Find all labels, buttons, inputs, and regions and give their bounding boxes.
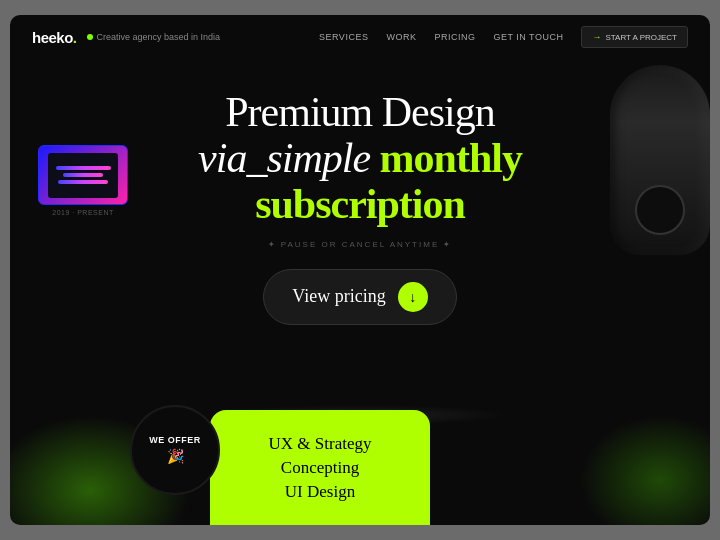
thumb-inner: [48, 153, 118, 198]
nav-contact[interactable]: GET IN TOUCH: [493, 32, 563, 42]
thumb-bar-1: [56, 166, 111, 170]
headphone-shape: [610, 65, 710, 255]
view-pricing-button[interactable]: View pricing ↓: [263, 269, 456, 325]
view-pricing-label: View pricing: [292, 286, 385, 307]
nav-services[interactable]: SERVICES: [319, 32, 368, 42]
via-simple-text: via_simple: [198, 135, 370, 181]
nav-left: heeko. Creative agency based in India: [32, 29, 220, 46]
cta-wrapper: View pricing ↓: [10, 269, 710, 325]
offer-item-3: UI Design: [285, 482, 355, 502]
headphone-object: [610, 65, 710, 265]
we-offer-emoji: 🎉: [167, 448, 184, 465]
nav-work[interactable]: WORK: [386, 32, 416, 42]
thumb-bar-3: [58, 180, 108, 184]
thumbnail-label: 2019 · PRESENT: [38, 209, 128, 216]
offer-item-1: UX & Strategy: [269, 434, 372, 454]
thumbnail-image: [38, 145, 128, 205]
start-project-button[interactable]: → START A PROJECT: [581, 26, 688, 48]
thumb-bar-2: [63, 173, 103, 177]
headphone-inner: [635, 185, 685, 235]
status-dot: [87, 34, 93, 40]
main-screen: heeko. Creative agency based in India SE…: [10, 15, 710, 525]
arrow-icon: →: [592, 32, 601, 42]
we-offer-text: WE OFFER: [149, 435, 201, 446]
bottom-area: WE OFFER 🎉 UX & Strategy Concepting UI D…: [10, 395, 710, 525]
hero-title-line1: Premium Design: [10, 89, 710, 135]
logo[interactable]: heeko.: [32, 29, 77, 46]
nav-links: SERVICES WORK PRICING GET IN TOUCH → STA…: [319, 26, 688, 48]
hero-subtitle: ✦ PAUSE OR CANCEL ANYTIME ✦: [10, 240, 710, 249]
we-offer-badge: WE OFFER 🎉: [130, 405, 220, 495]
cta-arrow-icon: ↓: [398, 282, 428, 312]
monthly-text: monthly: [380, 135, 522, 181]
offer-card: UX & Strategy Concepting UI Design: [210, 410, 430, 525]
nav-tagline: Creative agency based in India: [87, 32, 221, 42]
nav-pricing[interactable]: PRICING: [434, 32, 475, 42]
offer-item-2: Concepting: [281, 458, 359, 478]
thumbnail-card: 2019 · PRESENT: [38, 145, 128, 216]
navbar: heeko. Creative agency based in India SE…: [10, 15, 710, 59]
